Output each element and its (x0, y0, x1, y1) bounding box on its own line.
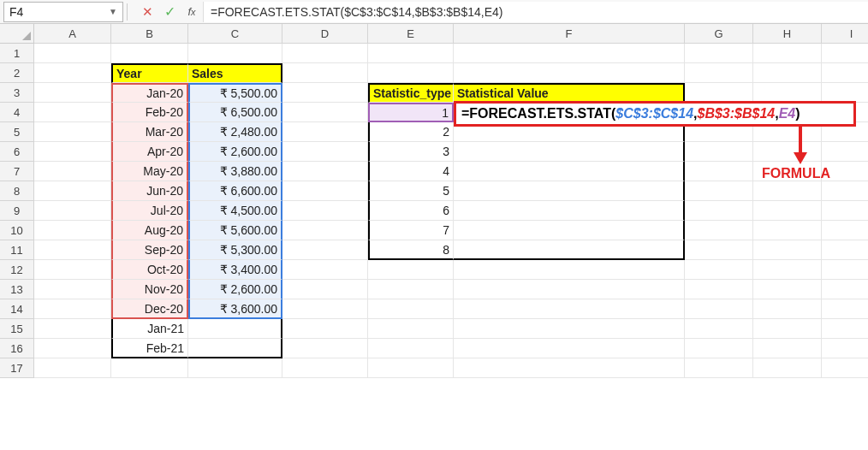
cell[interactable] (822, 221, 868, 240)
cell[interactable]: Statistical Value (454, 83, 685, 103)
row-header[interactable]: 15 (0, 319, 34, 339)
cell[interactable] (282, 280, 368, 299)
cell[interactable]: ₹ 6,600.00 (188, 181, 282, 201)
cell[interactable]: 3 (368, 142, 454, 162)
cell[interactable] (368, 339, 454, 358)
cell[interactable]: ₹ 5,500.00 (188, 83, 282, 103)
cell[interactable] (685, 221, 753, 240)
col-header[interactable]: I (822, 24, 868, 44)
cell[interactable] (34, 319, 111, 339)
row-header[interactable]: 13 (0, 280, 34, 299)
cell[interactable] (282, 44, 368, 63)
cell[interactable] (34, 122, 111, 142)
cell[interactable]: Jan-21 (111, 319, 188, 339)
row-header[interactable]: 6 (0, 142, 34, 162)
cell[interactable] (454, 44, 685, 63)
cell[interactable] (454, 299, 685, 319)
cell[interactable] (822, 240, 868, 260)
col-header[interactable]: F (454, 24, 685, 44)
cell[interactable] (454, 260, 685, 280)
cell[interactable] (368, 358, 454, 378)
cell[interactable] (753, 221, 822, 240)
cell[interactable] (454, 319, 685, 339)
cell[interactable] (685, 240, 753, 260)
cell[interactable]: ₹ 5,600.00 (188, 221, 282, 240)
cell[interactable]: ₹ 3,600.00 (188, 299, 282, 319)
cell[interactable]: ₹ 2,600.00 (188, 142, 282, 162)
cell[interactable] (753, 260, 822, 280)
cell[interactable] (282, 181, 368, 201)
row-header[interactable]: 7 (0, 162, 34, 181)
name-box[interactable]: F4 ▼ (3, 2, 123, 22)
cell[interactable]: Mar-20 (111, 122, 188, 142)
cell[interactable] (34, 260, 111, 280)
row-header[interactable]: 5 (0, 122, 34, 142)
cell[interactable] (454, 339, 685, 358)
cell[interactable]: Year (111, 63, 188, 83)
cell[interactable] (822, 299, 868, 319)
cell[interactable] (753, 181, 822, 201)
cell[interactable] (454, 240, 685, 260)
cell[interactable] (454, 280, 685, 299)
cell[interactable]: Jul-20 (111, 201, 188, 221)
cell[interactable] (282, 63, 368, 83)
cell[interactable] (282, 162, 368, 181)
cell[interactable]: ₹ 2,600.00 (188, 280, 282, 299)
cell-edit-overlay[interactable]: =FORECAST.ETS.STAT($C$3:$C$14,$B$3:$B$14… (454, 101, 856, 127)
col-header[interactable]: B (111, 24, 188, 44)
col-header[interactable]: E (368, 24, 454, 44)
cell[interactable] (34, 103, 111, 122)
cell[interactable] (34, 280, 111, 299)
row-header[interactable]: 17 (0, 358, 34, 378)
select-all-corner[interactable] (0, 24, 34, 44)
cell[interactable]: May-20 (111, 162, 188, 181)
cell[interactable] (368, 280, 454, 299)
cell[interactable] (368, 63, 454, 83)
cell[interactable] (753, 339, 822, 358)
cell[interactable]: ₹ 2,480.00 (188, 122, 282, 142)
row-header[interactable]: 16 (0, 339, 34, 358)
cell[interactable] (685, 83, 753, 103)
cell[interactable] (822, 339, 868, 358)
cell[interactable]: Feb-21 (111, 339, 188, 358)
cell[interactable] (34, 181, 111, 201)
cell[interactable] (34, 221, 111, 240)
cell[interactable] (685, 142, 753, 162)
cell[interactable]: Sales (188, 63, 282, 83)
cell[interactable] (282, 142, 368, 162)
cell[interactable]: ₹ 4,500.00 (188, 201, 282, 221)
cell[interactable] (454, 63, 685, 83)
cell[interactable]: 2 (368, 122, 454, 142)
fx-icon[interactable]: fx (181, 2, 203, 22)
cell[interactable] (368, 44, 454, 63)
chevron-down-icon[interactable]: ▼ (109, 7, 117, 16)
cell[interactable]: Dec-20 (111, 299, 188, 319)
cell[interactable] (282, 83, 368, 103)
cell[interactable] (753, 201, 822, 221)
cell[interactable] (282, 260, 368, 280)
cell[interactable] (753, 299, 822, 319)
cell[interactable] (34, 44, 111, 63)
cell[interactable] (34, 162, 111, 181)
row-header[interactable]: 1 (0, 44, 34, 63)
cell[interactable] (753, 44, 822, 63)
col-header[interactable]: A (34, 24, 111, 44)
cell[interactable] (685, 181, 753, 201)
cell[interactable] (822, 181, 868, 201)
cell[interactable] (454, 181, 685, 201)
cell[interactable] (188, 358, 282, 378)
cell[interactable]: 4 (368, 162, 454, 181)
cell[interactable]: 1 (368, 103, 454, 122)
cell[interactable] (685, 44, 753, 63)
cell[interactable]: ₹ 6,500.00 (188, 103, 282, 122)
cell[interactable]: Sep-20 (111, 240, 188, 260)
row-header[interactable]: 8 (0, 181, 34, 201)
cell[interactable] (753, 319, 822, 339)
cell[interactable] (368, 299, 454, 319)
cell[interactable] (111, 44, 188, 63)
cell[interactable] (188, 44, 282, 63)
cell[interactable] (282, 339, 368, 358)
col-header[interactable]: H (753, 24, 822, 44)
cell[interactable] (34, 83, 111, 103)
cell[interactable] (282, 201, 368, 221)
